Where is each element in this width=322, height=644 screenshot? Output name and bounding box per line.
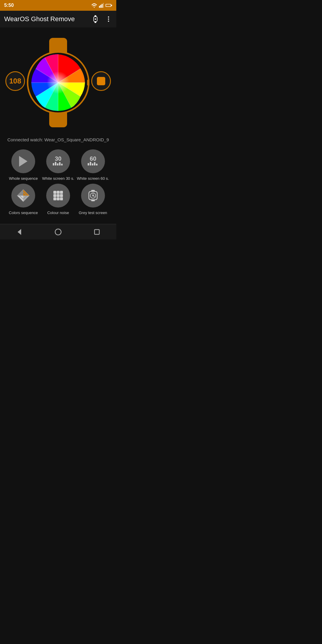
svg-rect-44 xyxy=(96,164,97,165)
60-icon: 60 xyxy=(85,154,101,169)
button-grid: Whole sequence 30 White screen 30 s. 60 xyxy=(0,149,116,224)
svg-rect-35 xyxy=(55,162,56,165)
svg-rect-43 xyxy=(94,162,95,165)
whole-sequence-icon-circle xyxy=(11,149,35,173)
stop-icon xyxy=(97,77,105,85)
svg-rect-50 xyxy=(53,194,56,197)
svg-text:30: 30 xyxy=(55,155,61,162)
svg-rect-32 xyxy=(87,80,89,86)
svg-rect-37 xyxy=(59,162,61,165)
svg-rect-41 xyxy=(90,162,91,165)
colors-sequence-label: Colors sequence xyxy=(9,210,38,215)
status-time: 5:50 xyxy=(4,3,14,8)
app-bar-actions xyxy=(91,15,112,23)
white-screen-30-icon-circle: 30 xyxy=(46,149,70,173)
svg-rect-53 xyxy=(53,197,56,200)
svg-rect-49 xyxy=(60,191,63,194)
stop-button[interactable] xyxy=(91,71,111,91)
svg-point-0 xyxy=(94,7,95,7)
battery-icon xyxy=(106,3,112,8)
grey-test-screen-icon-circle xyxy=(81,184,105,208)
svg-rect-65 xyxy=(95,230,99,234)
grey-test-screen-label: Grey test screen xyxy=(79,210,107,215)
svg-point-14 xyxy=(108,21,109,22)
wifi-icon xyxy=(91,3,97,8)
nav-home-button[interactable] xyxy=(54,228,62,236)
colour-noise-button[interactable]: Colour noise xyxy=(41,184,76,215)
svg-rect-11 xyxy=(95,21,96,23)
svg-rect-55 xyxy=(60,197,63,200)
svg-marker-63 xyxy=(18,229,21,235)
svg-rect-3 xyxy=(102,4,103,8)
signal-icon xyxy=(99,3,104,8)
svg-rect-51 xyxy=(57,194,60,197)
svg-rect-34 xyxy=(53,163,54,165)
whole-sequence-button[interactable]: Whole sequence xyxy=(6,149,41,181)
svg-rect-6 xyxy=(106,4,111,6)
colour-noise-label: Colour noise xyxy=(47,210,69,215)
nav-back-button[interactable] xyxy=(15,228,24,236)
whole-sequence-label: Whole sequence xyxy=(9,176,38,181)
svg-rect-52 xyxy=(60,194,63,197)
app-title: WearOS Ghost Remove xyxy=(4,15,75,23)
svg-rect-1 xyxy=(99,6,100,8)
navigation-bar xyxy=(0,224,116,239)
svg-rect-38 xyxy=(61,164,63,165)
connected-text: Connected watch: Wear_OS_Square_ANDROID_… xyxy=(0,135,116,149)
play-icon xyxy=(19,156,27,167)
svg-rect-4 xyxy=(103,3,104,8)
svg-rect-36 xyxy=(57,163,58,165)
white-screen-30-label: White screen 30 s. xyxy=(42,176,74,181)
colors-icon xyxy=(16,188,30,203)
colors-sequence-button[interactable]: Colors sequence xyxy=(6,184,41,215)
30-icon: 30 xyxy=(50,154,66,169)
svg-point-13 xyxy=(108,18,109,20)
watch-small-icon xyxy=(86,188,100,203)
status-icons xyxy=(91,3,112,8)
white-screen-60-icon-circle: 60 xyxy=(81,149,105,173)
more-vert-icon[interactable] xyxy=(105,16,112,23)
grid-icon xyxy=(51,188,65,203)
counter-value: 108 xyxy=(9,77,21,85)
svg-text:60: 60 xyxy=(90,155,96,162)
svg-rect-10 xyxy=(95,15,96,17)
svg-rect-54 xyxy=(57,197,60,200)
nav-recents-button[interactable] xyxy=(93,228,101,236)
svg-point-64 xyxy=(55,229,61,235)
svg-rect-7 xyxy=(111,5,112,6)
white-screen-60-label: White screen 60 s. xyxy=(77,176,109,181)
watch-area: 108 xyxy=(0,27,116,135)
watch-illustration xyxy=(25,36,91,129)
watch-svg xyxy=(25,36,91,129)
watch-icon[interactable] xyxy=(91,15,100,23)
white-screen-60-button[interactable]: 60 White screen 60 s. xyxy=(75,149,110,181)
svg-rect-2 xyxy=(100,5,101,8)
app-bar: WearOS Ghost Remove xyxy=(0,11,116,27)
colors-sequence-icon-circle xyxy=(11,184,35,208)
svg-rect-48 xyxy=(57,191,60,194)
colour-noise-icon-circle xyxy=(46,184,70,208)
svg-rect-47 xyxy=(53,191,56,194)
status-bar: 5:50 xyxy=(0,0,116,11)
svg-rect-42 xyxy=(92,163,93,165)
grey-test-screen-button[interactable]: Grey test screen xyxy=(75,184,110,215)
svg-point-9 xyxy=(95,18,96,20)
counter-badge: 108 xyxy=(5,71,25,91)
svg-point-12 xyxy=(108,16,109,18)
svg-rect-40 xyxy=(88,163,89,165)
white-screen-30-button[interactable]: 30 White screen 30 s. xyxy=(41,149,76,181)
